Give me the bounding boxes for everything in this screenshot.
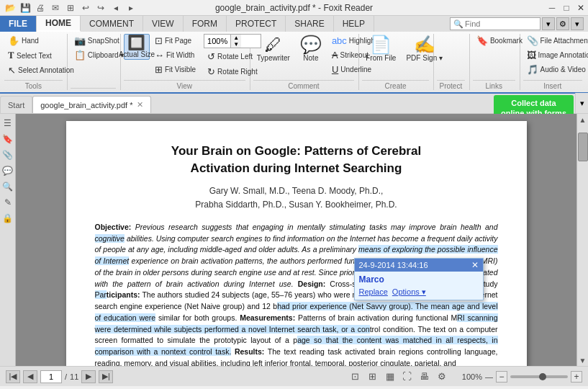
next-page-btn[interactable]: ▶	[81, 370, 96, 383]
fit-width-icon: ↔	[155, 50, 164, 61]
active-document-tab[interactable]: google_brain_activity.pdf * ✕	[32, 96, 151, 113]
file-attachment-btn[interactable]: 📎 File Attachment	[523, 34, 588, 48]
status-icon-6[interactable]: ⚙	[435, 370, 449, 384]
comment-body: Marco Replace Options ▾	[355, 272, 483, 300]
sidebar-lock-icon[interactable]: 🔒	[1, 212, 14, 225]
pdf-highlight-mri: RI scanning were determined while subjec…	[95, 313, 498, 334]
minimize-ribbon-btn[interactable]: ▾	[571, 17, 584, 30]
note-btn[interactable]: 💬 Note	[297, 34, 325, 64]
maximize-btn[interactable]: □	[559, 1, 574, 15]
first-page-btn[interactable]: |◀	[6, 370, 20, 383]
forward-btn[interactable]: ▸	[124, 1, 138, 15]
actual-size-icon: 🔲	[127, 35, 145, 50]
open-btn[interactable]: 📂	[3, 1, 17, 15]
ribbon-group-create: 📄 From File ✍ PDF Sign ▾ Create	[359, 34, 434, 90]
prev-page-btn[interactable]: ◀	[23, 370, 37, 383]
fit-visible-btn[interactable]: ⊞ Fit Visible	[151, 63, 199, 76]
image-annotation-btn[interactable]: 🖼 Image Annotation	[523, 48, 588, 62]
tab-file[interactable]: FILE	[0, 16, 37, 32]
ribbon-group-view: 🔲 Actual Size ⊡ Fit Page ↔ Fit Width ⊞ F…	[121, 34, 250, 90]
hand-tool-btn[interactable]: ✋ Hand	[4, 34, 78, 48]
tab-view[interactable]: VIEW	[143, 16, 184, 32]
select-text-btn[interactable]: 𝐓 Select Text	[4, 48, 78, 63]
last-page-btn[interactable]: ▶|	[99, 370, 113, 383]
zoom-slider-thumb[interactable]	[539, 373, 546, 380]
status-icon-4[interactable]: ⛶	[400, 370, 415, 384]
strikeout-icon: A	[332, 50, 338, 61]
actual-size-btn[interactable]: 🔲 Actual Size	[124, 34, 150, 60]
search-dropdown-btn[interactable]: ▾	[542, 17, 555, 30]
scroll-down-btn[interactable]: ▼	[577, 354, 589, 366]
tab-home[interactable]: HOME	[37, 16, 81, 32]
pdf-highlight-par: Par	[95, 290, 107, 299]
underline-icon: U	[332, 64, 338, 75]
ribbon-group-insert: 📎 File Attachment 🖼 Image Annotation 🎵 A…	[520, 34, 587, 90]
zoom-out-btn[interactable]: −	[496, 371, 507, 383]
email-btn[interactable]: ✉	[48, 1, 63, 15]
replace-btn[interactable]: Replace	[359, 287, 388, 297]
status-icon-5[interactable]: 🖶	[417, 370, 432, 384]
file-attachment-icon: 📎	[527, 35, 538, 46]
search-icon: 🔍	[453, 19, 463, 29]
typewriter-btn[interactable]: 🖊 Typewriter	[253, 34, 294, 64]
close-tab-btn[interactable]: ✕	[137, 100, 143, 109]
tab-form[interactable]: FORM	[184, 16, 227, 32]
insert-group-label: Insert	[523, 80, 582, 90]
select-annotation-btn[interactable]: ↖ Select Annotation	[4, 63, 78, 77]
comment-actions: Replace Options ▾	[359, 287, 479, 297]
zoom-down-btn[interactable]: ▼	[231, 41, 241, 48]
pdf-content-area: Your Brain on Google: Patterns of Cerebr…	[16, 114, 576, 366]
sidebar-bookmark-icon[interactable]: 🔖	[1, 133, 14, 146]
fit-page-btn[interactable]: ⊡ Fit Page	[151, 34, 199, 48]
save-btn[interactable]: 💾	[18, 1, 32, 15]
sidebar-comment-icon[interactable]: 💬	[1, 164, 14, 177]
tab-share[interactable]: SHARE	[286, 16, 333, 32]
ribbon-group-tools: ✋ Hand 𝐓 Select Text ↖ Select Annotation…	[1, 34, 68, 90]
zoom-up-btn[interactable]: ▲	[231, 35, 241, 41]
minimize-btn[interactable]: ─	[545, 1, 559, 15]
sidebar-navigation-icon[interactable]: ☰	[1, 117, 14, 130]
scroll-track[interactable]	[577, 125, 588, 354]
status-icon-1[interactable]: ⊡	[348, 370, 363, 384]
zoom-input[interactable]	[204, 37, 230, 45]
start-tab[interactable]: Start	[0, 96, 32, 113]
ribbon-content: ✋ Hand 𝐓 Select Text ↖ Select Annotation…	[0, 32, 588, 94]
print-btn[interactable]: 🖨	[33, 1, 48, 15]
toolbar-more[interactable]: ⊞	[63, 1, 78, 15]
sidebar-search-icon[interactable]: 🔍	[1, 180, 14, 193]
typewriter-icon: 🖊	[265, 36, 282, 53]
scroll-thumb[interactable]	[578, 133, 588, 161]
tab-help[interactable]: HELP	[334, 16, 374, 32]
audio-video-btn[interactable]: 🎵 Audio & Video	[523, 63, 588, 76]
search-input[interactable]	[465, 18, 537, 30]
tab-comment[interactable]: COMMENT	[81, 16, 143, 32]
redo-btn[interactable]: ↪	[94, 1, 108, 15]
back-btn[interactable]: ◂	[109, 1, 123, 15]
status-icon-3[interactable]: ▦	[383, 370, 397, 384]
status-icon-2[interactable]: ⊞	[366, 370, 380, 384]
sidebar-attachment-icon[interactable]: 📎	[1, 148, 14, 161]
options-btn[interactable]: Options ▾	[392, 287, 426, 297]
main-layout: ☰ 🔖 📎 💬 🔍 ✎ 🔒 Your Brain on Google: Patt…	[0, 114, 588, 366]
comment-close-btn[interactable]: ✕	[471, 260, 479, 270]
page-number-input[interactable]	[40, 370, 62, 383]
protect-group-label: Protect	[437, 80, 465, 90]
tab-overflow-btn[interactable]: ▾	[575, 93, 588, 113]
page-navigation: |◀ ◀ / 11 ▶ ▶|	[6, 370, 113, 383]
bookmark-btn[interactable]: 🔖 Bookmark	[473, 34, 526, 48]
zoom-in-btn[interactable]: +	[571, 371, 582, 383]
snapshot-btn[interactable]: 📷 SnapShot	[71, 34, 128, 48]
fit-page-icon: ⊡	[155, 35, 163, 46]
tab-protect[interactable]: PROTECT	[227, 16, 286, 32]
settings-btn[interactable]: ⚙	[556, 17, 569, 30]
close-btn[interactable]: ✕	[574, 1, 588, 15]
zoom-slider[interactable]	[510, 375, 568, 378]
undo-btn[interactable]: ↩	[78, 1, 93, 15]
scroll-up-btn[interactable]: ▲	[577, 114, 589, 125]
zoom-area: 100% — − +	[462, 371, 582, 383]
sidebar-edit-icon[interactable]: ✎	[1, 196, 14, 209]
fit-width-btn[interactable]: ↔ Fit Width	[151, 48, 199, 62]
zoom-separator: —	[485, 372, 493, 381]
right-scrollbar: ▲ ▼	[576, 114, 588, 366]
from-file-btn[interactable]: 📄 From File	[362, 34, 399, 64]
